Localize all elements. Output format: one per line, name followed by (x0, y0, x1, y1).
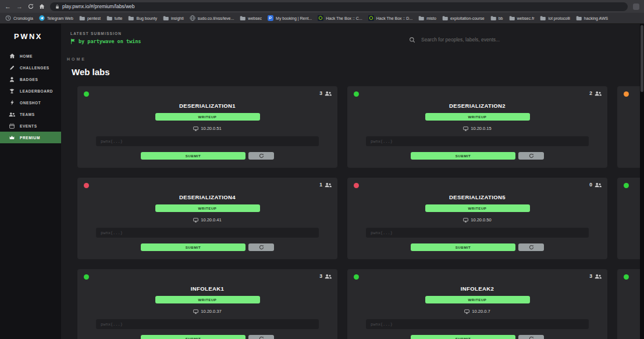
lab-title: DESERIALIZATION5 (347, 178, 607, 200)
events-icon (9, 123, 15, 129)
writeup-button[interactable]: WRITEUP (425, 113, 530, 121)
bookmark-item[interactable]: websec.fr (509, 16, 535, 20)
bookmark-item[interactable]: misto (418, 16, 436, 20)
url-text: play.pwnx.io/#/premium/labs/web (62, 3, 135, 9)
machine-icon (193, 218, 198, 223)
submit-row: SUBMIT (77, 243, 337, 251)
status-dot (84, 91, 89, 97)
bookmark-item[interactable]: hacking AWS (576, 16, 608, 20)
flag-input[interactable] (366, 228, 589, 238)
latest-submission-value: by partywave on twins (79, 38, 141, 44)
machine-icon (193, 126, 198, 131)
writeup-button[interactable]: WRITEUP (155, 296, 260, 303)
bookmark-item[interactable]: sudo.co.il/xss/leve... (190, 15, 234, 21)
lab-title: DESERIALIZATION1 (77, 86, 337, 109)
bookmark-item[interactable]: bb (490, 16, 503, 20)
screen: ← → play.pwnx.io/#/premium/labs/web Cron… (0, 0, 644, 339)
player-count: 1 (319, 182, 332, 188)
bookmark-label: sudo.co.il/xss/leve... (198, 16, 234, 20)
writeup-button[interactable]: WRITEUP (425, 204, 530, 212)
submit-row: SUBMIT (347, 152, 607, 160)
submit-button[interactable]: SUBMIT (141, 243, 245, 251)
writeup-button[interactable]: WRITEUP (425, 296, 530, 303)
bookmark-item[interactable]: Hack The Box :: C... (318, 15, 362, 21)
scrollbar-thumb[interactable] (641, 25, 643, 92)
bookmark-label: Cronologia (13, 16, 33, 20)
page-scrollbar[interactable] (640, 24, 644, 339)
submit-button[interactable]: SUBMIT (411, 152, 515, 160)
sidebar-item-premium[interactable]: PREMIUM (0, 132, 61, 143)
bookmark-item[interactable]: Cronologia (5, 15, 33, 21)
bookmark-item[interactable]: Hack The Box :: D... (368, 15, 413, 21)
reset-button[interactable] (248, 152, 274, 160)
people-icon (595, 182, 602, 188)
sidebar-item-label: HOME (20, 54, 33, 58)
folder-icon (418, 16, 424, 20)
reset-button[interactable] (248, 335, 274, 339)
reset-button[interactable] (248, 243, 274, 251)
sidebar-item-challenges[interactable]: CHALLENGES (0, 62, 61, 73)
refresh-icon (529, 245, 534, 250)
folder-icon (106, 16, 112, 20)
bookmark-item[interactable]: Bug bounty (128, 16, 156, 20)
sidebar-item-events[interactable]: EVENTS (0, 120, 61, 132)
people-icon (595, 274, 602, 279)
flag-input[interactable] (96, 136, 319, 146)
address-bar[interactable]: play.pwnx.io/#/premium/labs/web (50, 2, 628, 11)
sidebar-item-label: BADGES (20, 77, 38, 82)
bookmark-label: Telegram Web (47, 16, 73, 20)
bookmark-item[interactable]: websec (240, 16, 262, 20)
premium-icon (9, 135, 15, 140)
flag-input[interactable] (366, 319, 589, 329)
browser-home-icon[interactable] (39, 3, 45, 9)
lab-ip: 10.20.0.15 (471, 126, 491, 131)
sidebar-item-oneshot[interactable]: ONESHOT (0, 97, 61, 108)
flag-input[interactable] (366, 136, 589, 146)
bookmark-item[interactable]: exploitation-course (442, 16, 485, 20)
latest-submission-label: LATEST SUBMISSION (70, 31, 141, 36)
bookmark-label: Hack The Box :: C... (326, 16, 362, 20)
reset-button[interactable] (518, 243, 544, 251)
player-count-value: 3 (589, 273, 592, 279)
writeup-button[interactable]: WRITEUP (155, 113, 260, 121)
pwnx-logo: PWNX (0, 29, 61, 50)
sidebar-item-leaderboard[interactable]: LEADERBOARD (0, 85, 61, 97)
bookmark-item[interactable]: My booking | Rent... (268, 15, 312, 21)
bookmark-item[interactable]: iot protocolli (540, 16, 570, 20)
back-icon[interactable]: ← (5, 3, 11, 10)
bookmark-item[interactable]: insighti (163, 16, 184, 20)
oneshot-icon (9, 100, 15, 105)
flag-icon (70, 38, 76, 44)
people-icon (325, 91, 332, 96)
sidebar-item-home[interactable]: HOME (0, 50, 61, 62)
main: LATEST SUBMISSION by partywave on twins … (61, 24, 644, 339)
bookmark-item[interactable]: tutte (106, 16, 123, 20)
submit-button[interactable]: SUBMIT (141, 335, 245, 339)
forward-icon[interactable]: → (16, 3, 23, 10)
htb-icon (318, 15, 323, 21)
reset-button[interactable] (518, 335, 544, 339)
reset-button[interactable] (518, 152, 544, 160)
bookmark-item[interactable]: Telegram Web (39, 15, 73, 21)
submit-row: SUBMIT (347, 243, 607, 251)
sidebar-nav: HOMECHALLENGESBADGESLEADERBOARDONESHOTTE… (0, 50, 61, 143)
flag-input[interactable] (96, 228, 319, 238)
submit-button[interactable]: SUBMIT (411, 335, 515, 339)
sidebar-item-badges[interactable]: BADGES (0, 73, 61, 85)
extension-icon[interactable] (633, 3, 639, 10)
submit-button[interactable]: SUBMIT (141, 152, 245, 160)
submit-row: SUBMIT (77, 152, 337, 160)
bookmarks-bar: CronologiaTelegram WebpentesttutteBug bo… (0, 13, 644, 24)
folder-icon (509, 16, 515, 20)
bookmark-item[interactable]: pentest (79, 16, 101, 20)
flag-input[interactable] (96, 319, 319, 329)
search-input[interactable] (420, 36, 631, 43)
submit-button[interactable]: SUBMIT (411, 243, 515, 251)
writeup-button[interactable]: WRITEUP (155, 204, 260, 212)
people-icon (595, 91, 602, 96)
bookmark-label: tutte (115, 16, 123, 20)
folder-icon (79, 16, 85, 20)
reload-icon[interactable] (28, 3, 34, 9)
breadcrumb[interactable]: HOME (67, 57, 644, 61)
sidebar-item-teams[interactable]: TEAMS (0, 108, 61, 120)
